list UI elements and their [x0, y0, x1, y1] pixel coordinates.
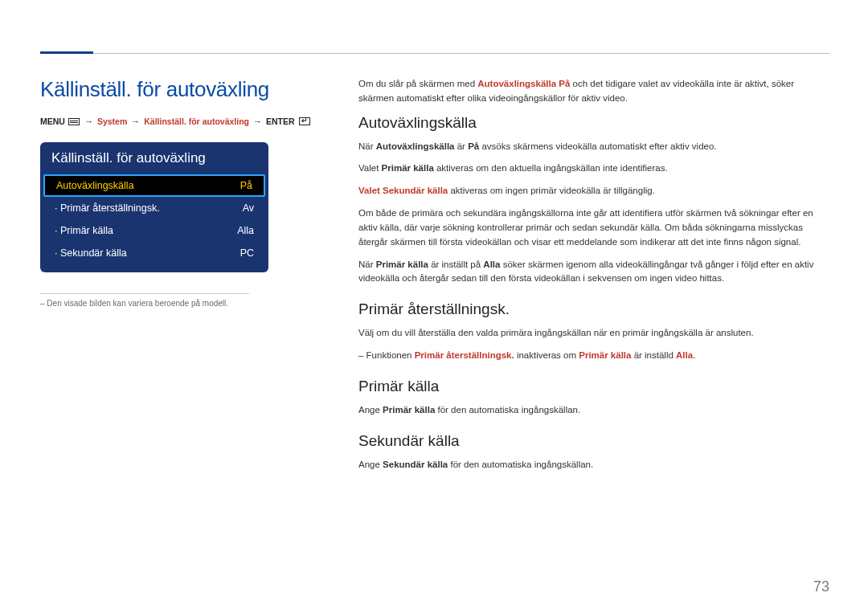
panel-row-primar-kalla[interactable]: Primär källa Alla — [40, 219, 268, 242]
panel-title: Källinställ. för autoväxling — [40, 142, 268, 174]
heading-sekundar-kalla: Sekundär källa — [358, 432, 829, 450]
paragraph: När Primär källa är inställt på Alla sök… — [358, 258, 829, 287]
arrow-icon: → — [84, 116, 93, 126]
breadcrumb-enter-label: ENTER — [266, 116, 295, 126]
panel-row-label: Sekundär källa — [55, 247, 127, 259]
heading-primar-aterstallning: Primär återställningsk. — [358, 300, 829, 318]
divider — [40, 293, 249, 294]
breadcrumb: MENU → System → Källinställ. för autoväx… — [40, 116, 330, 126]
menu-icon — [68, 118, 80, 125]
panel-row-autovaxlingskalla[interactable]: Autoväxlingskälla På — [43, 174, 265, 197]
paragraph: Ange Sekundär källa för den automatiska … — [358, 458, 829, 472]
panel-row-primar-aterstallning[interactable]: Primär återställningsk. Av — [40, 197, 268, 219]
arrow-icon: → — [253, 116, 262, 126]
breadcrumb-menu-label: MENU — [40, 116, 65, 126]
breadcrumb-system: System — [97, 116, 127, 126]
paragraph: Välj om du vill återställa den valda pri… — [358, 326, 829, 341]
page-title: Källinställ. för autoväxling — [40, 77, 330, 102]
paragraph: Valet Sekundär källa aktiveras om ingen … — [358, 184, 829, 198]
heading-autovaxlingskalla: Autoväxlingskälla — [358, 114, 829, 132]
page-number: 73 — [813, 578, 829, 595]
panel-row-label: Autoväxlingskälla — [56, 180, 134, 191]
panel-row-value: Alla — [237, 225, 254, 236]
panel-row-value: På — [240, 180, 252, 191]
note: Funktionen Primär återställningsk. inakt… — [358, 349, 829, 363]
panel-row-label: Primär källa — [55, 225, 113, 236]
header-accent — [40, 51, 93, 54]
paragraph: Om både de primära och sekundära ingångs… — [358, 206, 829, 249]
enter-icon — [299, 117, 310, 125]
panel-row-value: PC — [240, 247, 254, 259]
panel-row-sekundar-kalla[interactable]: Sekundär källa PC — [40, 242, 268, 264]
paragraph: När Autoväxlingskälla är På avsöks skärm… — [358, 140, 829, 154]
arrow-icon: → — [131, 116, 140, 126]
paragraph: Ange Primär källa för den automatiska in… — [358, 403, 829, 418]
panel-row-label: Primär återställningsk. — [55, 202, 160, 214]
paragraph: Valet Primär källa aktiveras om den aktu… — [358, 161, 829, 176]
settings-panel: Källinställ. för autoväxling Autoväxling… — [40, 142, 268, 272]
footnote: Den visade bilden kan variera beroende p… — [40, 299, 330, 308]
panel-row-value: Av — [243, 202, 254, 214]
intro-paragraph: Om du slår på skärmen med Autoväxlingskä… — [358, 77, 829, 106]
heading-primar-kalla: Primär källa — [358, 378, 829, 395]
breadcrumb-setting: Källinställ. för autoväxling — [144, 116, 249, 126]
